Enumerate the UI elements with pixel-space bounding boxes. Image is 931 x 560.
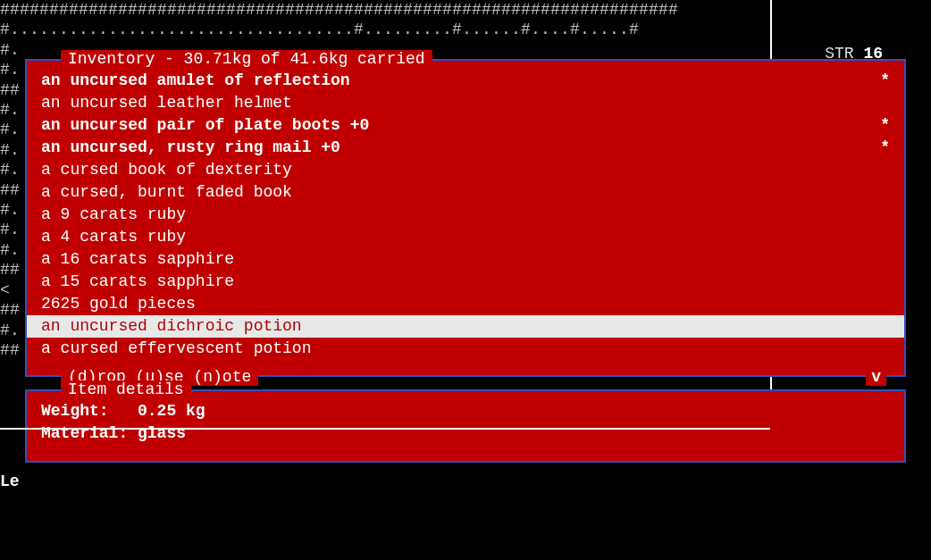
equipped-marker: *: [880, 137, 890, 159]
inventory-item-label: an uncursed dichroic potion: [41, 315, 302, 338]
inventory-item[interactable]: 2625 gold pieces: [27, 293, 904, 315]
inventory-item-label: a 9 carats ruby: [41, 204, 186, 226]
inventory-item[interactable]: an uncursed pair of plate boots +0*: [27, 114, 904, 137]
inventory-item-label: a 4 carats ruby: [41, 226, 186, 248]
inventory-item[interactable]: a 9 carats ruby: [27, 204, 904, 226]
inventory-panel[interactable]: Inventory - 30.71kg of 41.6kg carried an…: [25, 59, 906, 377]
inventory-item[interactable]: a cursed book of dexterity: [27, 159, 904, 181]
inventory-list[interactable]: an uncursed amulet of reflection*an uncu…: [27, 70, 904, 366]
log-separator: [0, 428, 770, 430]
inventory-item-label: a 16 carats sapphire: [41, 248, 234, 271]
inventory-item-label: an uncursed pair of plate boots +0: [41, 114, 369, 137]
equipped-marker: *: [880, 114, 890, 137]
inventory-item[interactable]: a cursed, burnt faded book: [27, 181, 904, 204]
inventory-item[interactable]: a 15 carats sapphire: [27, 271, 904, 293]
inventory-item-label: an uncursed amulet of reflection: [41, 70, 350, 92]
log-fragment: Le: [0, 472, 931, 491]
inventory-item-label: an uncursed leather helmet: [41, 92, 292, 114]
inventory-item-label: a cursed, burnt faded book: [41, 181, 292, 204]
message-log: Le Yo You master the spell dexterity. Yo…: [0, 388, 931, 560]
inventory-item[interactable]: an uncursed dichroic potion: [27, 315, 904, 338]
inventory-item[interactable]: a 16 carats sapphire: [27, 248, 904, 271]
inventory-item[interactable]: an uncursed, rusty ring mail +0*: [27, 137, 904, 159]
inventory-item-label: a cursed book of dexterity: [41, 159, 292, 181]
inventory-title: Inventory - 30.71kg of 41.6kg carried: [61, 50, 432, 68]
inventory-item-label: a cursed effervescent potion: [41, 338, 311, 360]
inventory-item-label: 2625 gold pieces: [41, 293, 196, 315]
inventory-item[interactable]: an uncursed amulet of reflection*: [27, 70, 904, 92]
equipped-marker: *: [880, 70, 890, 92]
inventory-item[interactable]: an uncursed leather helmet: [27, 92, 904, 114]
inventory-item-label: a 15 carats sapphire: [41, 271, 234, 293]
inventory-item-label: an uncursed, rusty ring mail +0: [41, 137, 340, 159]
game-screen: ########################################…: [0, 0, 931, 560]
inventory-item[interactable]: a cursed effervescent potion: [27, 338, 904, 360]
inventory-item[interactable]: a 4 carats ruby: [27, 226, 904, 248]
scroll-down-hint[interactable]: v: [866, 368, 886, 386]
